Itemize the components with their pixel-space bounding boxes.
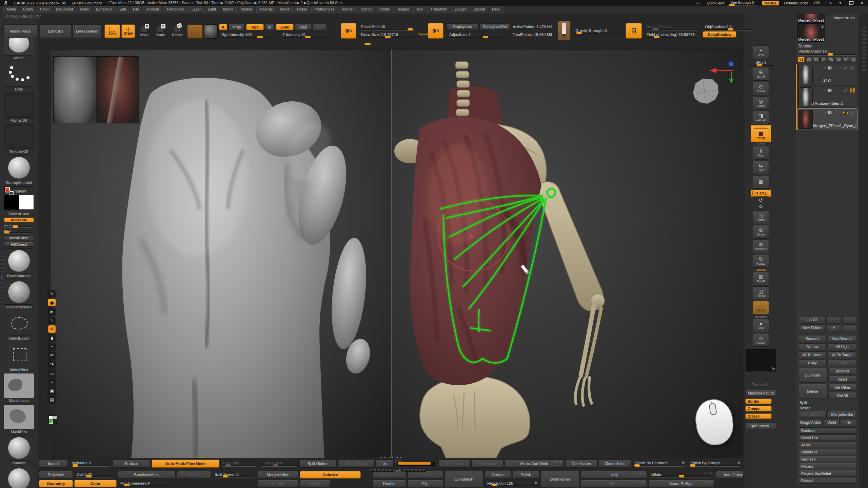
visibility-eye-icon[interactable] [850,88,855,93]
polypaint-icon[interactable] [828,111,832,115]
visible-count-slider[interactable]: Visible Count 14 [796,49,858,56]
deep-shadow-button[interactable]: DeepShadow [703,31,736,38]
list-icon[interactable]: ▤ [48,396,56,403]
lightbox-button[interactable]: LightBox [40,24,71,38]
smart-resym-button[interactable]: X Y ZSmart ReSym [648,480,714,487]
rotate-y-icon[interactable]: ↺ [751,198,771,203]
shelf-divider-handle[interactable] [364,43,371,45]
uv-icon[interactable]: ◐ [834,89,836,92]
del-all-button[interactable]: Del All [828,392,856,399]
camera-lock-icon[interactable]: ⊠ [751,175,771,189]
draw-button[interactable]: -¦- Draw [121,24,135,38]
backfacemask-button[interactable]: BackfaceMask [118,471,176,479]
drag-arrow-icon[interactable]: ▾ [824,111,826,115]
ghost-button[interactable]: ◌ Ghost [751,301,771,314]
polish-button[interactable]: Polish [513,471,539,479]
menu-item[interactable]: Render [338,6,357,13]
dot-size-icon[interactable]: • [48,343,56,350]
menu-item[interactable]: Stencil [358,6,375,13]
angle-of-view-slider[interactable]: Angle Of View [644,23,700,32]
menu-item[interactable]: Color [37,6,52,13]
scroll-button[interactable]: ⊕ Scroll [751,67,771,81]
bottom-shelf-cell[interactable]: LazyStep [221,460,259,468]
gradient-label[interactable]: Gradient [11,189,26,193]
replay-last-rel-button[interactable]: ReplayLastRel [479,23,510,30]
solo-button[interactable]: Dynamic ● Solo [751,316,771,332]
pen-off-icon[interactable]: ✎ [48,317,56,324]
switch-color-swatches[interactable] [4,195,34,210]
pen-icon[interactable]: ✎ [48,325,56,333]
delete-morph-button[interactable]: Delete [408,471,443,479]
menu-item[interactable]: Macro [220,6,237,13]
bottom-shelf-cell[interactable]: LazyRadius [260,460,298,468]
collapsed-section[interactable]: Project BasRelief [798,470,856,476]
subtool-header[interactable]: Subtool [796,43,858,49]
collapsed-section[interactable]: Bevel Pro [798,434,856,441]
draw-size-slider[interactable]: Draw Size 119.78716 [359,31,417,39]
visibility-eye-icon[interactable] [850,111,855,115]
actual-button[interactable]: ◎ Actual [751,96,771,110]
quicksave-button[interactable]: QuickSave [707,1,725,5]
field-of-view-slider[interactable]: Field of view(deg) 39.59775 [644,31,700,39]
mask-by-feature-button[interactable]: MaskByFeature [745,390,776,396]
paste-button[interactable]: Paste [828,360,856,366]
local-symmetry-button[interactable]: ⇆ L.Sym [751,161,771,174]
menu-item[interactable]: Marker [238,6,255,13]
sculptris-pro-d-button[interactable]: ⊕D [428,23,443,39]
switch-color-label[interactable]: SwitchColor [8,212,29,216]
subtool-view-tab[interactable]: V5 [828,57,834,62]
bottom-shelf-cell[interactable]: Del Higher [471,460,503,468]
bottom-shelf-cell[interactable]: X Y Z Mirror And Weld [505,460,564,468]
collapsed-section[interactable]: Remesh [798,456,856,462]
menu-item[interactable]: Edit [116,6,129,13]
polypaint-icon[interactable] [828,89,832,93]
displacement-icon[interactable]: ▱ [839,89,841,92]
xpose-button[interactable]: ◇ Xpose [751,333,771,347]
move-into-button[interactable]: ↳ [843,324,857,331]
left-tray-item[interactable]: MaskLasso [3,373,35,403]
blur-slider[interactable]: Blur 0 [4,224,34,228]
xyz-rotation-button[interactable]: ↺ XYZ [751,190,771,197]
geometry-button[interactable]: Geometry [39,480,73,487]
m-button[interactable]: M [265,24,274,30]
append-button[interactable]: Append [828,368,856,374]
canvas-scene[interactable] [51,49,743,458]
color-swatch-black[interactable] [53,420,57,423]
menu-item[interactable]: Draw [77,6,92,13]
collapsed-section[interactable]: Align [798,442,856,448]
fillobject-button[interactable]: FillObject [4,242,34,247]
floor-button[interactable]: X Y Z ⇓ Floor [751,143,771,160]
menu-item[interactable]: Help [489,6,503,13]
paint-brush-icon[interactable] [843,112,848,114]
rotate-camera-button[interactable]: ↻ Rotate [751,254,771,268]
collapsed-section[interactable]: Boolean [798,427,856,434]
drag-arrow-icon[interactable]: ▾ [824,89,826,92]
storemt-button[interactable]: StoreMT [258,480,298,487]
insert-button[interactable]: Insert [828,376,856,383]
collapsed-section[interactable]: Extract [798,477,856,484]
menu-item[interactable]: Transform [427,6,450,13]
camera-button[interactable]: ⌸ [626,23,642,39]
duplicate-button[interactable]: Duplicate [798,368,827,383]
morph-uv-button[interactable]: Morph UV [372,471,406,479]
subtool-view-tab[interactable]: V3 [813,57,820,62]
menu-item[interactable]: Movie [277,6,293,13]
menu-item[interactable]: Light [205,6,219,13]
zremesher-button[interactable]: ZRemesher [540,471,579,487]
subtool-view-tab[interactable]: V6 [835,57,842,62]
tray-divider-arrows[interactable]: ◄◄ ▲▼ ►► [380,456,403,459]
texture-on-label[interactable]: Texture On [752,383,769,387]
rotate-gizmo-button[interactable]: R Rotate [170,24,185,38]
mirror-button[interactable]: X Y ZMirror [581,480,647,487]
brush-preview-button[interactable] [187,24,203,39]
viewport-thumbnail-1[interactable] [53,56,97,123]
menu-item[interactable]: Alpha [3,6,19,13]
spix-slider[interactable]: SPix 3 [746,60,775,66]
dist-slider[interactable]: Dist 0.02 [74,471,117,479]
zadd-button[interactable]: Zadd [276,24,294,30]
color-button[interactable]: Color [74,480,117,487]
move-gizmo-button[interactable]: M Move [137,24,151,38]
paint-brush-icon[interactable] [843,90,848,91]
screenshot-icon[interactable]: ▣ [48,387,56,394]
subtool-view-tab[interactable]: V2 [805,57,812,62]
